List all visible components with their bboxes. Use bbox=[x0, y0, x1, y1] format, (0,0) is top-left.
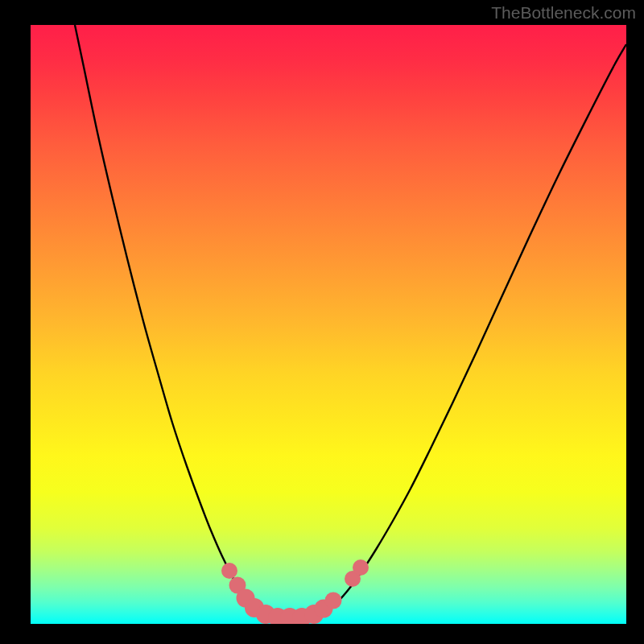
plot-area bbox=[31, 25, 626, 624]
valley-marker bbox=[353, 559, 369, 576]
watermark-text: TheBottleneck.com bbox=[491, 3, 636, 23]
valley-marker bbox=[325, 592, 342, 609]
curve-layer bbox=[31, 25, 626, 624]
valley-marker bbox=[221, 563, 237, 579]
chart-frame: TheBottleneck.com bbox=[0, 0, 644, 644]
bottleneck-curve bbox=[75, 25, 626, 617]
